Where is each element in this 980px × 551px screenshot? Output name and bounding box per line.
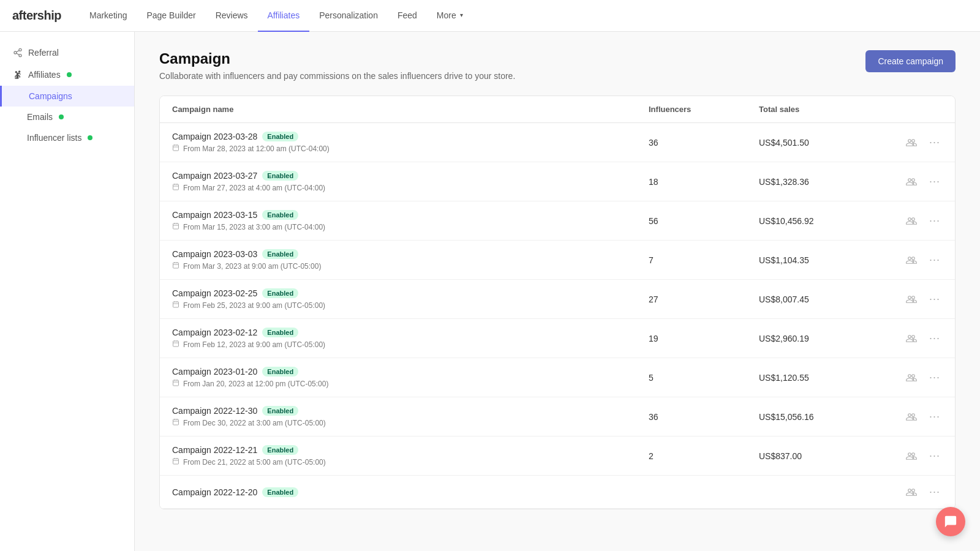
influencers-count: 27 <box>649 294 759 304</box>
campaign-name-cell: Campaign 2023-03-15EnabledFrom Mar 15, 2… <box>172 210 649 231</box>
campaign-date-text: From Feb 25, 2023 at 9:00 am (UTC-05:00) <box>183 301 325 310</box>
campaign-date: From Mar 28, 2023 at 12:00 am (UTC-04:00… <box>172 144 649 153</box>
campaign-name: Campaign 2023-02-25 <box>172 288 257 298</box>
campaign-name-cell: Campaign 2023-03-27EnabledFrom Mar 27, 2… <box>172 171 649 192</box>
row-more-button[interactable]: ··· <box>927 291 943 307</box>
nav-item-affiliates[interactable]: Affiliates <box>258 0 310 32</box>
status-badge: Enabled <box>262 249 298 259</box>
campaign-name: Campaign 2022-12-30 <box>172 406 257 416</box>
row-more-button[interactable]: ··· <box>927 331 943 346</box>
campaign-name-cell: Campaign 2023-03-03EnabledFrom Mar 3, 20… <box>172 249 649 271</box>
add-influencer-button[interactable] <box>903 449 919 463</box>
nav-item-reviews[interactable]: Reviews <box>206 0 258 32</box>
main-content: Campaign Collaborate with influencers an… <box>135 32 980 551</box>
influencers-count: 2 <box>649 451 759 461</box>
add-influencer-button[interactable] <box>903 371 919 384</box>
campaign-name: Campaign 2023-03-27 <box>172 171 257 181</box>
page-title: Campaign <box>159 50 515 67</box>
sidebar-item-influencer-lists[interactable]: Influencer lists <box>0 127 134 148</box>
sidebar-item-emails[interactable]: Emails <box>0 107 134 127</box>
add-influencer-button[interactable] <box>903 214 919 228</box>
add-influencer-button[interactable] <box>903 175 919 189</box>
sidebar-label-emails: Emails <box>27 112 53 122</box>
campaign-date: From Dec 21, 2022 at 5:00 am (UTC-05:00) <box>172 457 649 467</box>
campaign-name-cell: Campaign 2022-12-30EnabledFrom Dec 30, 2… <box>172 406 649 427</box>
add-influencer-button[interactable] <box>903 332 919 345</box>
campaign-date: From Feb 12, 2023 at 9:00 am (UTC-05:00) <box>172 340 649 349</box>
row-more-button[interactable]: ··· <box>927 448 943 463</box>
campaign-name: Campaign 2023-03-03 <box>172 249 257 259</box>
row-actions: ··· <box>894 484 943 500</box>
row-more-button[interactable]: ··· <box>927 370 943 385</box>
campaign-name: Campaign 2022-12-20 <box>172 487 257 497</box>
page-subtitle: Collaborate with influencers and pay com… <box>159 71 515 81</box>
create-campaign-button[interactable]: Create campaign <box>865 50 956 72</box>
campaign-name-cell: Campaign 2022-12-21EnabledFrom Dec 21, 2… <box>172 445 649 467</box>
calendar-icon <box>172 379 179 388</box>
sidebar-item-affiliates[interactable]: Affiliates <box>0 64 134 86</box>
notification-dot-influencer-lists <box>88 135 92 140</box>
row-more-button[interactable]: ··· <box>927 484 943 500</box>
total-sales: US$1,120.55 <box>759 373 894 383</box>
row-more-button[interactable]: ··· <box>927 213 943 228</box>
total-sales: US$837.00 <box>759 451 894 461</box>
campaigns-table: Campaign name Influencers Total sales Ca… <box>159 96 956 509</box>
svg-rect-25 <box>173 341 179 347</box>
campaign-name: Campaign 2023-03-15 <box>172 210 257 220</box>
sidebar-item-campaigns[interactable]: Campaigns <box>0 86 134 107</box>
influencers-count: 56 <box>649 216 759 226</box>
add-influencer-button[interactable] <box>903 253 919 267</box>
campaign-name: Campaign 2022-12-21 <box>172 445 257 455</box>
status-badge: Enabled <box>262 171 298 181</box>
svg-line-4 <box>17 50 20 52</box>
sidebar-item-referral[interactable]: Referral <box>0 42 134 64</box>
row-more-button[interactable]: ··· <box>927 174 943 189</box>
influencers-count: 36 <box>649 138 759 148</box>
status-badge: Enabled <box>262 367 298 377</box>
chat-icon <box>944 515 957 528</box>
nav-item-feed[interactable]: Feed <box>388 0 427 32</box>
status-badge: Enabled <box>262 445 298 455</box>
campaign-date-text: From Mar 27, 2023 at 4:00 am (UTC-04:00) <box>183 184 325 192</box>
sidebar-label-affiliates: Affiliates <box>28 70 61 80</box>
influencers-count: 7 <box>649 255 759 265</box>
top-nav-items: MarketingPage BuilderReviewsAffiliatesPe… <box>80 0 473 31</box>
sidebar-items: ReferralAffiliatesCampaignsEmailsInfluen… <box>0 42 134 148</box>
svg-rect-9 <box>173 184 179 190</box>
add-influencer-button[interactable] <box>903 293 919 306</box>
nav-item-page-builder[interactable]: Page Builder <box>137 0 205 32</box>
chat-bubble-button[interactable] <box>936 507 965 536</box>
total-sales: US$1,328.36 <box>759 177 894 187</box>
row-actions: ··· <box>894 448 943 463</box>
table-row: Campaign 2022-12-30EnabledFrom Dec 30, 2… <box>160 397 955 437</box>
sidebar: ReferralAffiliatesCampaignsEmailsInfluen… <box>0 32 135 551</box>
calendar-icon <box>172 457 179 467</box>
add-influencer-button[interactable] <box>903 485 919 499</box>
sidebar-label-influencer-lists: Influencer lists <box>27 133 81 143</box>
table-row: Campaign 2023-03-15EnabledFrom Mar 15, 2… <box>160 201 955 241</box>
row-more-button[interactable]: ··· <box>927 409 943 424</box>
svg-rect-13 <box>173 223 179 229</box>
table-body: Campaign 2023-03-28EnabledFrom Mar 28, 2… <box>160 123 955 509</box>
campaign-name-cell: Campaign 2023-03-28EnabledFrom Mar 28, 2… <box>172 132 649 153</box>
nav-item-more[interactable]: More▾ <box>427 0 473 32</box>
add-influencer-button[interactable] <box>903 410 919 424</box>
logo[interactable]: aftership <box>12 9 61 23</box>
nav-item-marketing[interactable]: Marketing <box>80 0 137 32</box>
influencers-count: 19 <box>649 334 759 343</box>
calendar-icon <box>172 418 179 427</box>
row-more-button[interactable]: ··· <box>927 252 943 268</box>
add-influencer-button[interactable] <box>903 136 919 149</box>
influencers-count: 18 <box>649 177 759 187</box>
table-row: Campaign 2023-02-12EnabledFrom Feb 12, 2… <box>160 319 955 358</box>
status-badge: Enabled <box>262 210 298 220</box>
campaign-date: From Jan 20, 2023 at 12:00 pm (UTC-05:00… <box>172 379 649 388</box>
campaign-date: From Mar 3, 2023 at 9:00 am (UTC-05:00) <box>172 261 649 271</box>
row-more-button[interactable]: ··· <box>927 135 943 150</box>
campaign-date: From Feb 25, 2023 at 9:00 am (UTC-05:00) <box>172 301 649 310</box>
campaign-date-text: From Jan 20, 2023 at 12:00 pm (UTC-05:00… <box>183 380 328 388</box>
col-campaign-name: Campaign name <box>172 105 649 114</box>
thumbs-up-icon <box>12 69 23 80</box>
nav-item-personalization[interactable]: Personalization <box>309 0 388 32</box>
svg-point-0 <box>19 48 21 51</box>
